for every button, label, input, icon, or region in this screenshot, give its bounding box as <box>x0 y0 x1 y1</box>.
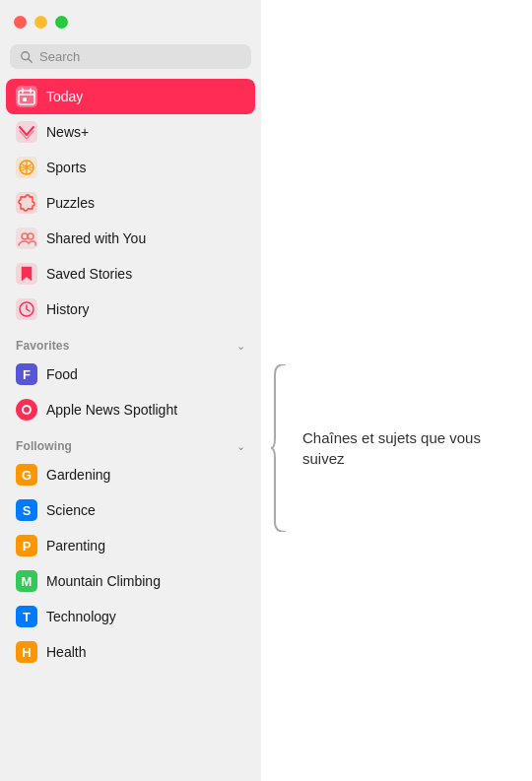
favorites-section-header[interactable]: Favorites ⌄ <box>0 327 261 357</box>
close-button[interactable] <box>14 16 27 29</box>
favorites-chevron-icon: ⌄ <box>236 340 245 353</box>
health-icon: H <box>16 641 37 663</box>
search-container: Search <box>0 40 261 79</box>
history-icon <box>16 298 37 320</box>
shared-icon <box>16 228 37 249</box>
mountain-icon: M <box>16 570 37 592</box>
search-icon <box>20 50 33 64</box>
nav-item-today[interactable]: Today <box>6 79 255 114</box>
nav-item-parenting-label: Parenting <box>46 538 105 553</box>
brace-icon <box>271 364 289 532</box>
nav-item-mountain[interactable]: M Mountain Climbing <box>6 563 255 599</box>
brace-shape <box>271 364 289 532</box>
nav-item-gardening-label: Gardening <box>46 467 110 483</box>
following-nav: G Gardening S Science P Parenting M Moun… <box>0 457 261 670</box>
nav-item-spotlight[interactable]: Apple News Spotlight <box>6 392 255 427</box>
saved-icon <box>16 263 37 285</box>
nav-item-shared-label: Shared with You <box>46 230 146 246</box>
window-controls <box>0 0 261 40</box>
gardening-icon: G <box>16 464 37 486</box>
nav-item-technology-label: Technology <box>46 609 116 624</box>
nav-item-gardening[interactable]: G Gardening <box>6 457 255 492</box>
nav-item-saved-label: Saved Stories <box>46 266 132 282</box>
nav-item-science[interactable]: S Science <box>6 492 255 528</box>
svg-point-21 <box>24 407 30 413</box>
favorites-title: Favorites <box>16 339 69 353</box>
nav-item-spotlight-label: Apple News Spotlight <box>46 402 177 418</box>
nav-item-technology[interactable]: T Technology <box>6 599 255 634</box>
nav-item-mountain-label: Mountain Climbing <box>46 573 161 589</box>
today-icon <box>16 86 37 107</box>
minimize-button[interactable] <box>34 16 47 29</box>
annotation-container: Chaînes et sujets que vous suivez <box>271 364 490 532</box>
maximize-button[interactable] <box>55 16 68 29</box>
main-nav: Today News+ <box>0 79 261 327</box>
nav-item-food[interactable]: F Food <box>6 357 255 392</box>
food-icon: F <box>16 363 37 385</box>
nav-item-science-label: Science <box>46 502 96 518</box>
nav-item-history[interactable]: History <box>6 292 255 327</box>
following-section-header[interactable]: Following ⌄ <box>0 427 261 457</box>
annotation-text-content: Chaînes et sujets que vous suivez <box>302 429 481 467</box>
nav-item-sports-label: Sports <box>46 160 86 175</box>
nav-item-newsplus-label: News+ <box>46 124 89 140</box>
main-content: Chaînes et sujets que vous suivez <box>261 0 532 781</box>
svg-line-1 <box>29 58 33 62</box>
science-icon: S <box>16 499 37 521</box>
nav-item-saved[interactable]: Saved Stories <box>6 256 255 292</box>
svg-rect-7 <box>23 98 27 101</box>
nav-item-health[interactable]: H Health <box>6 634 255 670</box>
newsplus-icon <box>16 121 37 143</box>
spotlight-icon <box>16 399 37 421</box>
nav-item-today-label: Today <box>46 89 83 104</box>
nav-item-history-label: History <box>46 301 90 317</box>
nav-item-parenting[interactable]: P Parenting <box>6 528 255 563</box>
search-placeholder: Search <box>39 49 80 64</box>
parenting-icon: P <box>16 535 37 556</box>
sidebar: Search Today <box>0 0 261 781</box>
nav-item-shared[interactable]: Shared with You <box>6 221 255 256</box>
nav-item-sports[interactable]: Sports <box>6 150 255 185</box>
technology-icon: T <box>16 606 37 627</box>
nav-item-health-label: Health <box>46 644 86 660</box>
nav-item-puzzles-label: Puzzles <box>46 195 95 211</box>
following-chevron-icon: ⌄ <box>236 440 245 453</box>
nav-item-food-label: Food <box>46 366 78 382</box>
following-title: Following <box>16 439 72 453</box>
search-box[interactable]: Search <box>10 44 251 69</box>
favorites-nav: F Food Apple News Spotlight <box>0 357 261 427</box>
puzzles-icon <box>16 192 37 214</box>
nav-item-puzzles[interactable]: Puzzles <box>6 185 255 221</box>
sports-icon <box>16 157 37 178</box>
annotation-text: Chaînes et sujets que vous suivez <box>302 427 490 469</box>
nav-item-newsplus[interactable]: News+ <box>6 114 255 150</box>
